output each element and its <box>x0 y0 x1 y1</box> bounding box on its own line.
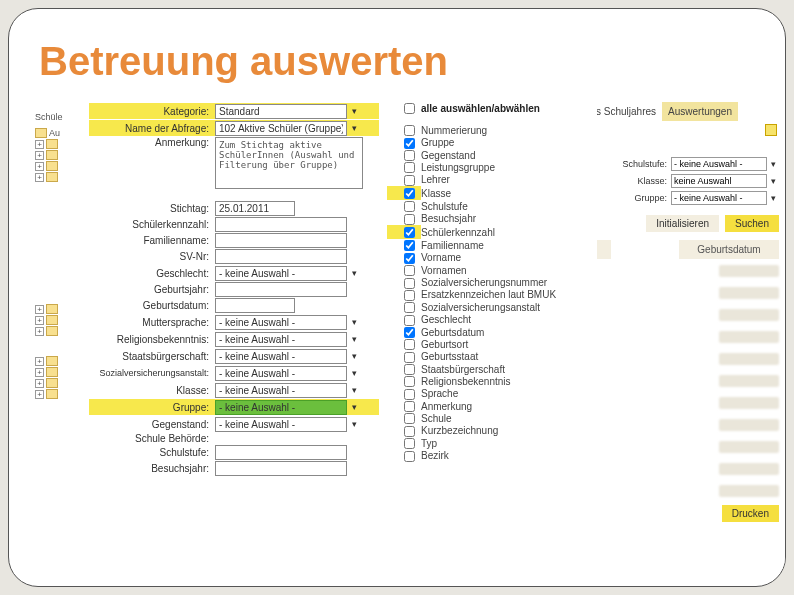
besuchsjahr-input[interactable] <box>215 461 347 476</box>
chevron-down-icon[interactable]: ▾ <box>767 159 779 169</box>
stichtag-input[interactable] <box>215 201 295 216</box>
plus-icon[interactable]: + <box>35 357 44 366</box>
checkbox-schulstufe[interactable] <box>404 201 415 212</box>
checkbox-geburtsdatum[interactable] <box>404 327 415 338</box>
bg-right-panel: de des Schuljahres Auswertungen Schulstu… <box>565 102 785 572</box>
gegenstand-select[interactable] <box>215 417 347 432</box>
toolbar-icon[interactable] <box>765 124 777 136</box>
checkbox-anmerkung[interactable] <box>404 401 415 412</box>
checkbox-sozialversicherungsanstalt[interactable] <box>404 302 415 313</box>
checkbox-klasse[interactable] <box>404 188 415 199</box>
checkbox-gegenstand[interactable] <box>404 150 415 161</box>
chevron-down-icon[interactable]: ▾ <box>347 314 361 330</box>
gruppe-select[interactable] <box>215 400 347 415</box>
schulerkennzahl-input[interactable] <box>215 217 347 232</box>
plus-icon[interactable]: + <box>35 390 44 399</box>
checkbox-kurzbezeichnung[interactable] <box>404 426 415 437</box>
check-label: Kurzbezeichnung <box>421 425 498 436</box>
plus-icon[interactable]: + <box>35 173 44 182</box>
anmerkung-textarea[interactable] <box>215 137 363 189</box>
checkbox-lehrer[interactable] <box>404 175 415 186</box>
checkbox-sozialversicherungsnummer[interactable] <box>404 278 415 289</box>
checkbox-typ[interactable] <box>404 438 415 449</box>
checkbox-leistungsgruppe[interactable] <box>404 162 415 173</box>
staatsb-select[interactable] <box>215 349 347 364</box>
chevron-down-icon[interactable]: ▾ <box>347 416 361 432</box>
bg-schulstufe-select[interactable] <box>671 157 767 171</box>
checkbox-vornamen[interactable] <box>404 265 415 276</box>
bg-tab-auswertungen[interactable]: Auswertungen <box>662 102 738 121</box>
geschlecht-select[interactable] <box>215 266 347 281</box>
checkbox-sch-lerkennzahl[interactable] <box>404 227 415 238</box>
tree-schuler[interactable]: Schüle <box>35 112 89 122</box>
checkbox-geschlecht[interactable] <box>404 315 415 326</box>
plus-icon[interactable]: + <box>35 368 44 377</box>
tree-row-au[interactable]: Au <box>35 128 89 138</box>
geburtsdatum-input[interactable] <box>215 298 295 313</box>
chevron-down-icon[interactable]: ▾ <box>767 193 779 203</box>
chevron-down-icon[interactable]: ▾ <box>347 382 361 398</box>
tree-row[interactable]: + <box>35 150 89 160</box>
plus-icon[interactable]: + <box>35 327 44 336</box>
svanstalt-select[interactable] <box>215 366 347 381</box>
search-button[interactable]: Suchen <box>725 215 779 232</box>
chevron-down-icon[interactable]: ▾ <box>347 120 361 136</box>
checkbox-geburtsstaat[interactable] <box>404 352 415 363</box>
tree-row[interactable]: + <box>35 389 89 399</box>
chevron-down-icon[interactable]: ▾ <box>347 399 361 415</box>
tree-row[interactable]: + <box>35 326 89 336</box>
chevron-down-icon[interactable]: ▾ <box>767 176 779 186</box>
chevron-down-icon[interactable]: ▾ <box>347 331 361 347</box>
plus-icon[interactable]: + <box>35 305 44 314</box>
checkbox-staatsb-rgerschaft[interactable] <box>404 364 415 375</box>
religion-select[interactable] <box>215 332 347 347</box>
checkbox-religionsbekenntnis[interactable] <box>404 376 415 387</box>
init-button[interactable]: Initialisieren <box>646 215 719 232</box>
plus-icon[interactable]: + <box>35 140 44 149</box>
plus-icon[interactable]: + <box>35 316 44 325</box>
plus-icon[interactable]: + <box>35 151 44 160</box>
checkbox-nummerierung[interactable] <box>404 125 415 136</box>
plus-icon[interactable]: + <box>35 162 44 171</box>
schulstufe-input[interactable] <box>215 445 347 460</box>
muttersprache-select[interactable] <box>215 315 347 330</box>
plus-icon[interactable]: + <box>35 379 44 388</box>
klasse-select[interactable] <box>215 383 347 398</box>
bg-gruppe-select[interactable] <box>671 191 767 205</box>
print-button[interactable]: Drucken <box>722 505 779 522</box>
select-all-checkbox[interactable] <box>404 103 415 114</box>
check-label: Vorname <box>421 252 461 263</box>
checkbox-geburtsort[interactable] <box>404 339 415 350</box>
tree-row[interactable]: + <box>35 172 89 182</box>
checkbox-vorname[interactable] <box>404 253 415 264</box>
kategorie-select[interactable] <box>215 104 347 119</box>
tree-row[interactable]: + <box>35 356 89 366</box>
check-row-nummerierung: Nummerierung <box>387 124 597 136</box>
checkbox-familienname[interactable] <box>404 240 415 251</box>
bg-klasse-select[interactable] <box>671 174 767 188</box>
check-label: Schulstufe <box>421 201 468 212</box>
svnr-input[interactable] <box>215 249 347 264</box>
checkbox-sprache[interactable] <box>404 389 415 400</box>
tree-row[interactable]: + <box>35 367 89 377</box>
checkbox-ersatzkennzeichen-laut-bmuk[interactable] <box>404 290 415 301</box>
geburtsjahr-input[interactable] <box>215 282 347 297</box>
tree-row[interactable]: + <box>35 315 89 325</box>
chevron-down-icon[interactable]: ▾ <box>347 348 361 364</box>
checkbox-schule[interactable] <box>404 413 415 424</box>
chevron-down-icon[interactable]: ▾ <box>347 103 361 119</box>
chevron-down-icon[interactable]: ▾ <box>347 365 361 381</box>
besuchsjahr-label: Besuchsjahr: <box>89 463 209 474</box>
tree-row[interactable]: + <box>35 139 89 149</box>
abfrage-name-select[interactable] <box>215 121 347 136</box>
chevron-down-icon[interactable]: ▾ <box>347 265 361 281</box>
tree-row[interactable]: + <box>35 378 89 388</box>
tree-row[interactable]: + <box>35 161 89 171</box>
familienname-label: Familienname: <box>89 235 209 246</box>
tree-row[interactable]: + <box>35 304 89 314</box>
familienname-input[interactable] <box>215 233 347 248</box>
checkbox-besuchsjahr[interactable] <box>404 214 415 225</box>
checkbox-bezirk[interactable] <box>404 451 415 462</box>
checkbox-gruppe[interactable] <box>404 138 415 149</box>
folder-icon <box>46 139 58 149</box>
